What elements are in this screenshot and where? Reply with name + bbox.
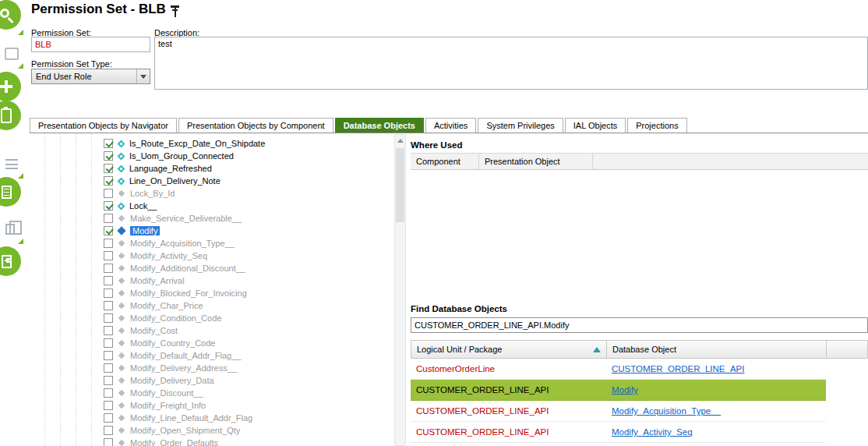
column-header-presentation-object[interactable]: Presentation Object <box>479 154 593 169</box>
tree-item-label: Modify_Arrival <box>130 276 185 285</box>
tree-item[interactable]: Modify_Delivery_Address__ <box>30 362 393 374</box>
checkbox[interactable] <box>104 176 113 186</box>
database-object-link[interactable]: Modify_Activity_Seq <box>612 427 693 437</box>
database-object-link[interactable]: Modify <box>612 385 638 395</box>
checkbox[interactable] <box>104 326 113 335</box>
checkbox[interactable] <box>104 251 113 260</box>
tab-ial-objects[interactable]: IAL Objects <box>565 118 626 133</box>
copy-icon[interactable] <box>2 220 21 239</box>
list-icon[interactable] <box>2 154 21 173</box>
tree-item-label: Modify_Line_Default_Addr_Flag <box>130 413 252 423</box>
search-icon[interactable] <box>0 0 21 30</box>
database-object-link[interactable]: CUSTOMER_ORDER_LINE_API <box>612 364 744 373</box>
tree-item[interactable]: Modify_Discount__ <box>30 387 393 399</box>
tree-item-label: Modify_Open_Shipment_Qty <box>130 426 240 435</box>
database-object-link[interactable]: Modify_Acquisition_Type__ <box>612 406 721 416</box>
table-row[interactable]: CUSTOMER_ORDER_LINE_APIModify <box>411 380 826 401</box>
tree-item[interactable]: Modify_Condition_Code <box>30 312 393 324</box>
diamond-icon <box>118 278 125 284</box>
tab-projections[interactable]: Projections <box>627 118 686 133</box>
checkbox[interactable] <box>104 214 113 223</box>
tree-item[interactable]: Modify_Delivery_Data <box>30 374 393 387</box>
document-add-icon[interactable] <box>0 246 21 276</box>
checkbox[interactable] <box>104 239 113 248</box>
tab-activities[interactable]: Activities <box>425 118 476 133</box>
tree-item-label: Is_Route_Excp_Date_On_Shipdate <box>129 139 265 148</box>
column-header-component[interactable]: Component <box>411 154 479 169</box>
permission-set-type-select[interactable]: End User Role <box>31 69 150 84</box>
combo-dropdown-button[interactable] <box>136 69 150 83</box>
find-database-objects-input[interactable] <box>411 317 868 333</box>
add-icon[interactable] <box>0 72 21 101</box>
checkbox[interactable] <box>104 426 113 435</box>
tree-item-label: Modify_Delivery_Data <box>130 376 214 385</box>
tree-scrollbar[interactable] <box>394 134 406 446</box>
tree-item[interactable]: Modify_Freight_Info <box>30 399 393 412</box>
corner-marker-icon <box>18 173 23 179</box>
document-icon[interactable] <box>0 177 21 207</box>
diamond-icon <box>118 340 125 346</box>
tree-item-label: Modify_Delivery_Address__ <box>130 363 237 373</box>
tree-item[interactable]: Modify_Char_Price <box>30 299 393 312</box>
tree-item[interactable]: Modify_Additional_Discount__ <box>30 262 393 274</box>
checkbox[interactable] <box>104 276 113 285</box>
tree-item[interactable]: Make_Service_Deliverable__ <box>30 212 393 225</box>
description-input[interactable]: test <box>154 37 868 90</box>
scroll-up-button[interactable] <box>395 135 405 147</box>
checkbox[interactable] <box>104 313 113 323</box>
tree-item[interactable]: Modify_Country_Code <box>30 337 393 349</box>
checkbox[interactable] <box>104 226 113 235</box>
checkbox[interactable] <box>104 351 113 360</box>
pin-icon[interactable] <box>171 5 180 17</box>
checkbox[interactable] <box>104 201 113 211</box>
checkbox[interactable] <box>104 413 113 423</box>
where-used-table: Component Presentation Object <box>411 153 868 293</box>
checkbox[interactable] <box>104 388 113 398</box>
column-header-database-object[interactable]: Database Object <box>607 341 827 358</box>
tree-item-label: Modify_Char_Price <box>130 301 203 310</box>
tree-item[interactable]: Language_Refreshed <box>30 162 393 175</box>
checkbox[interactable] <box>104 151 113 161</box>
tree-item[interactable]: Is_Route_Excp_Date_On_Shipdate <box>30 137 393 150</box>
tree-item[interactable]: Is_Uom_Group_Connected <box>30 150 393 162</box>
table-row[interactable]: CUSTOMER_ORDER_LINE_APIModify_Activity_S… <box>411 422 826 443</box>
tab-presentation-objects-by-component[interactable]: Presentation Objects by Component <box>178 118 333 133</box>
tree-item[interactable]: Modify_Arrival <box>30 274 393 287</box>
table-row[interactable]: CUSTOMER_ORDER_LINE_APIModify_Acquisitio… <box>411 401 826 422</box>
tab-system-privileges[interactable]: System Privileges <box>478 118 563 133</box>
tree-item[interactable]: Modify_Cost <box>30 324 393 337</box>
permission-set-input[interactable] <box>31 37 150 52</box>
tree-item[interactable]: Line_On_Delivery_Note <box>30 175 393 187</box>
tab-presentation-objects-by-navigator[interactable]: Presentation Objects by Navigator <box>30 118 177 133</box>
checkbox[interactable] <box>104 338 113 348</box>
column-header-filler <box>593 154 868 169</box>
scrollbar-thumb[interactable] <box>396 148 404 222</box>
note-icon[interactable] <box>2 44 21 63</box>
checkbox[interactable] <box>104 363 113 373</box>
tree-item[interactable]: Modify_Acquisition_Type__ <box>30 237 393 250</box>
checkbox[interactable] <box>104 264 113 273</box>
tab-database-objects[interactable]: Database Objects <box>335 118 424 133</box>
tree-item[interactable]: Modify_Order_Defaults <box>30 437 393 446</box>
tree-item[interactable]: Lock_By_Id <box>30 187 393 200</box>
tree-item[interactable]: Modify_Activity_Seq <box>30 250 393 262</box>
tree-item[interactable]: Modify_Blocked_For_Invoicing <box>30 287 393 299</box>
checkbox[interactable] <box>104 139 113 148</box>
checkbox[interactable] <box>104 301 113 310</box>
tree-item[interactable]: Modify_Line_Default_Addr_Flag <box>30 412 393 424</box>
tree-item[interactable]: Modify <box>30 225 393 237</box>
tree-item[interactable]: Modify_Default_Addr_Flag__ <box>30 349 393 362</box>
checkbox[interactable] <box>104 189 113 198</box>
clipboard-icon[interactable] <box>0 101 21 130</box>
tree-item[interactable]: Modify_Open_Shipment_Qty <box>30 424 393 437</box>
checkbox[interactable] <box>104 288 113 298</box>
column-header-label: Logical Unit / Package <box>417 345 502 354</box>
column-header-logical-unit[interactable]: Logical Unit / Package <box>411 341 607 358</box>
checkbox[interactable] <box>104 164 113 173</box>
table-row[interactable]: CustomerOrderLineCUSTOMER_ORDER_LINE_API <box>411 359 826 380</box>
tree-item[interactable]: Lock__ <box>30 200 393 212</box>
diamond-icon <box>118 365 125 371</box>
checkbox[interactable] <box>104 438 113 446</box>
checkbox[interactable] <box>104 401 113 410</box>
checkbox[interactable] <box>104 376 113 385</box>
